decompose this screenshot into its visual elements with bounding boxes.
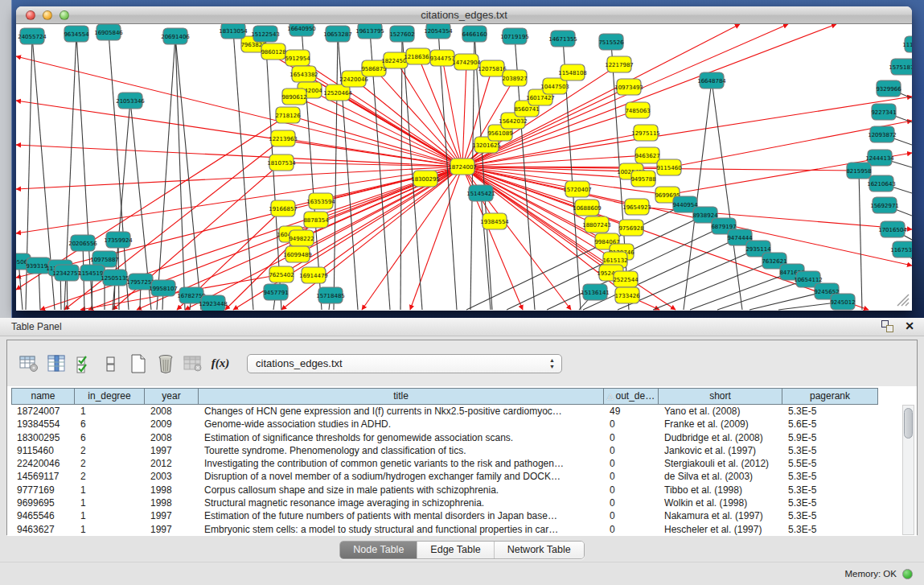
graph-node[interactable]: 9463627 <box>634 147 659 163</box>
table-row[interactable]: 1938455462009Genome-wide association stu… <box>11 418 878 431</box>
graph-node[interactable]: 12975115 <box>631 125 660 141</box>
table-cell[interactable]: 5.3E-5 <box>782 484 878 496</box>
graph-edge[interactable] <box>410 167 462 310</box>
graph-node[interactable]: 7515526 <box>598 34 624 50</box>
table-cell[interactable]: 5.3E-5 <box>782 523 878 536</box>
function-builder-button[interactable]: f(x) <box>208 352 232 376</box>
graph-node[interactable]: 18807243 <box>582 216 611 233</box>
graph-node[interactable]: 2522544 <box>613 271 639 287</box>
graph-node[interactable]: 14671355 <box>548 31 577 47</box>
graph-node[interactable]: 14742904 <box>452 54 481 70</box>
column-header-out-degree[interactable]: △out_de… <box>604 388 659 405</box>
graph-edge[interactable] <box>175 36 185 310</box>
rows-button[interactable] <box>99 352 123 376</box>
table-cell[interactable]: 5.3E-5 <box>782 496 878 509</box>
table-cell[interactable]: 1 <box>75 484 145 496</box>
scrollbar-thumb[interactable] <box>904 408 913 439</box>
graph-node[interactable]: 9115460 <box>656 159 681 175</box>
table-cell[interactable]: 14569117 <box>11 470 75 483</box>
table-cell[interactable]: Stergiakouli et al. (2012) <box>659 457 782 470</box>
graph-node[interactable]: 10973493 <box>614 79 643 95</box>
table-source-select[interactable]: citations_edges.txt ▲▼ <box>247 354 562 373</box>
graph-node[interactable]: 12093872 <box>868 126 897 142</box>
table-cell[interactable]: Hescheler et al. (1997) <box>659 523 782 536</box>
table-row[interactable]: 946362711997Embryonic stem cells: a mode… <box>11 523 878 536</box>
table-cell[interactable]: 2 <box>75 444 145 457</box>
column-header-name[interactable]: name <box>11 388 75 405</box>
new-table-button[interactable] <box>126 352 150 376</box>
graph-edge[interactable] <box>338 93 462 167</box>
row-checks-button[interactable] <box>72 352 96 376</box>
table-cell[interactable]: 5.9E-5 <box>782 431 878 444</box>
table-cell[interactable]: Embryonic stem cells: a model to study s… <box>199 523 604 536</box>
graph-edge[interactable] <box>233 31 253 310</box>
graph-edge[interactable] <box>157 36 175 310</box>
graph-edge[interactable] <box>418 56 462 167</box>
table-row[interactable]: 2242004622012Investigating the contribut… <box>11 457 878 470</box>
graph-node[interactable]: 9756928 <box>618 220 643 236</box>
table-settings-button[interactable] <box>17 352 41 376</box>
graph-edge[interactable] <box>712 80 742 310</box>
table-cell[interactable]: 1 <box>75 496 145 509</box>
graph-node[interactable]: 18724007 <box>448 159 477 175</box>
table-cell[interactable]: 0 <box>604 496 659 509</box>
graph-node[interactable]: 9495788 <box>630 171 655 187</box>
table-row[interactable]: 977716911998Corpus callosum shape and si… <box>11 484 878 496</box>
graph-node[interactable]: 19654923 <box>622 199 651 215</box>
table-cell[interactable]: 1997 <box>145 523 199 536</box>
table-row[interactable]: 1830029562008Estimation of significance … <box>11 431 878 444</box>
graph-node[interactable]: 16640950 <box>287 24 316 36</box>
graph-node[interactable]: 11675334 <box>890 241 912 257</box>
table-cell[interactable]: 9699695 <box>11 496 75 509</box>
graph-node[interactable]: 16914479 <box>299 267 328 283</box>
column-header-short[interactable]: short <box>659 388 782 405</box>
graph-node[interactable]: 16353594 <box>306 193 335 209</box>
graph-node[interactable]: 16543382 <box>290 66 318 82</box>
table-cell[interactable]: 9777169 <box>11 484 75 496</box>
graph-node[interactable]: 20691406 <box>161 28 190 44</box>
table-cell[interactable]: 0 <box>604 444 659 457</box>
table-cell[interactable]: 2009 <box>145 418 199 431</box>
graph-node[interactable]: 20206556 <box>68 235 97 251</box>
delete-table-disabled-button[interactable] <box>181 352 205 376</box>
table-cell[interactable]: Nakamura et al. (1997) <box>659 509 782 522</box>
graph-node[interactable]: 16648784 <box>697 72 726 89</box>
table-cell[interactable]: Tibbo et al. (1998) <box>659 484 782 496</box>
table-cell[interactable]: 0 <box>604 523 659 536</box>
column-header-in-degree[interactable]: in_degree <box>75 388 145 405</box>
table-cell[interactable]: 1 <box>75 405 145 418</box>
table-cell[interactable]: Structural magnetic resonance image aver… <box>199 496 604 509</box>
column-header-title[interactable]: title <box>199 388 604 405</box>
window-titlebar[interactable]: citations_edges.txt <box>16 6 912 24</box>
graph-node[interactable]: 9634554 <box>64 26 89 42</box>
graph-node[interactable]: 18313054 <box>219 24 248 39</box>
graph-node[interactable]: 19958107 <box>149 280 178 296</box>
graph-node[interactable]: 24055724 <box>18 28 47 44</box>
table-cell[interactable]: 9463627 <box>11 523 75 536</box>
graph-node[interactable]: 16905846 <box>94 24 123 40</box>
table-cell[interactable]: 2 <box>75 470 145 483</box>
delete-trash-button[interactable] <box>154 352 178 376</box>
table-cell[interactable]: 9465546 <box>11 509 75 522</box>
table-cell[interactable]: Franke et al. (2009) <box>659 418 782 431</box>
graph-node[interactable]: 12186361 <box>404 48 433 64</box>
table-cell[interactable]: Jankovic et al. (1997) <box>659 444 782 457</box>
table-cell[interactable]: 5.5E-5 <box>782 457 878 470</box>
graph-node[interactable]: 5912954 <box>285 50 310 66</box>
vertical-scrollbar[interactable] <box>902 405 914 535</box>
column-header-pagerank[interactable]: pagerank <box>782 388 878 405</box>
graph-edge[interactable] <box>462 24 836 167</box>
graph-node[interactable]: 9329966 <box>876 80 901 97</box>
table-row[interactable]: 946554611997Estimation of the future num… <box>11 509 878 522</box>
graph-node[interactable]: 9227341 <box>871 104 896 120</box>
table-row[interactable]: 911546021997Tourette syndrome. Phenomeno… <box>11 444 878 457</box>
table-cell[interactable]: 0 <box>604 509 659 522</box>
table-cell[interactable]: 5.3E-5 <box>782 470 878 483</box>
graph-edge[interactable] <box>281 163 462 167</box>
graph-node[interactable]: 15136141 <box>581 284 610 300</box>
graph-node[interactable]: 12213963 <box>269 130 298 146</box>
table-cell[interactable]: 5.3E-5 <box>782 405 878 418</box>
graph-node[interactable]: 15145421 <box>466 185 495 201</box>
graph-node[interactable]: 17359924 <box>104 232 133 248</box>
graph-node[interactable]: 1527602 <box>389 26 414 42</box>
